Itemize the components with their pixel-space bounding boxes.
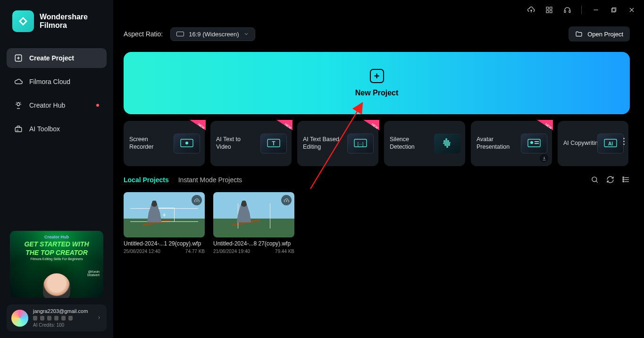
tool-label: Screen Recorder	[129, 136, 170, 151]
tool-label: AI Text Based Editing	[303, 136, 343, 151]
svg-rect-34	[535, 143, 539, 144]
project-size: 79.44 KB	[275, 249, 294, 254]
main-area: Aspect Ratio: 16:9 (Widescreen) Open Pro…	[113, 0, 644, 338]
tool-thumbnail-icon	[521, 134, 547, 153]
tool-thumbnail-icon	[434, 134, 460, 153]
project-tabs: Local Projects Instant Mode Projects	[124, 176, 630, 184]
close-button[interactable]	[624, 2, 639, 17]
svg-text:[···]: [···]	[358, 142, 364, 146]
aspect-ratio-select[interactable]: 16:9 (Widescreen)	[170, 27, 255, 41]
tool-ai-text-to-video[interactable]: AI Text to Video T NEW	[210, 121, 292, 166]
new-badge-icon: NEW	[537, 120, 553, 130]
tool-avatar-presentation[interactable]: Avatar Presentation NEW	[471, 121, 552, 166]
tool-label: AI Copywriting	[563, 140, 602, 147]
project-date: 21/06/2024 19:40	[213, 249, 250, 254]
plus-icon: +	[370, 69, 384, 83]
project-card[interactable]: Untitled-2024-...8 27(copy).wfp 21/06/20…	[213, 192, 294, 254]
project-size: 74.77 KB	[185, 249, 205, 254]
project-date: 25/06/2024 12:40	[124, 249, 160, 254]
app-logo: Wondershare Filmora	[7, 10, 107, 32]
project-card[interactable]: + Untitled-2024-...1 29(copy).wfp 25/06/…	[124, 192, 205, 254]
open-project-label: Open Project	[587, 31, 623, 38]
svg-text:AI: AI	[608, 141, 613, 146]
chevron-right-icon[interactable]	[96, 314, 102, 322]
tool-ai-text-based-editing[interactable]: AI Text Based Editing [···] NEW	[297, 121, 378, 166]
refresh-icon[interactable]	[606, 176, 614, 184]
sidebar-item-label: Filmora Cloud	[29, 78, 70, 85]
promo-top-label: Creator Hub	[44, 235, 69, 239]
download-icon[interactable]	[540, 154, 548, 162]
svg-rect-3	[550, 10, 552, 13]
tool-screen-recorder[interactable]: Screen Recorder NEW	[124, 121, 205, 166]
aspect-ratio-label: Aspect Ratio:	[124, 30, 163, 38]
new-badge-icon: NEW	[276, 120, 293, 130]
project-name: Untitled-2024-...1 29(copy).wfp	[124, 240, 205, 247]
project-grid: + Untitled-2024-...1 29(copy).wfp 25/06/…	[124, 192, 630, 254]
credit-pellets	[33, 316, 92, 321]
project-thumbnail[interactable]: +	[124, 192, 205, 237]
cloud-upload-icon[interactable]	[192, 195, 202, 205]
svg-rect-0	[546, 7, 549, 9]
titlebar-separator	[581, 6, 582, 14]
titlebar	[524, 0, 644, 20]
tool-thumbnail-icon: AI	[597, 134, 624, 153]
tool-silence-detection[interactable]: Silence Detection	[384, 121, 465, 166]
account-panel[interactable]: jangra2203@gmail.com AI Credits: 100	[7, 304, 107, 331]
promo-title-line-2: THE TOP CREATOR	[25, 249, 88, 256]
sidebar-promo-card[interactable]: Creator Hub GET STARTED WITH THE TOP CRE…	[10, 231, 103, 298]
tab-instant-mode-projects[interactable]: Instant Mode Projects	[178, 176, 242, 184]
promo-presenter-avatar	[43, 273, 70, 298]
more-options-icon[interactable]	[623, 138, 625, 145]
svg-point-16	[17, 103, 20, 106]
project-thumbnail[interactable]	[213, 192, 294, 237]
account-email: jangra2203@gmail.com	[33, 308, 92, 314]
svg-point-20	[185, 142, 188, 144]
sidebar-item-ai-toolbox[interactable]: AI AI Toolbox	[7, 119, 107, 139]
svg-rect-2	[546, 10, 549, 13]
tool-row: Screen Recorder NEW AI Text to Video T N…	[124, 121, 630, 166]
aspect-ratio-value: 16:9 (Widescreen)	[189, 31, 239, 38]
cloud-sync-icon[interactable]	[524, 2, 539, 17]
svg-rect-44	[623, 177, 624, 178]
tab-local-projects[interactable]: Local Projects	[124, 176, 169, 184]
minimize-button[interactable]	[588, 2, 603, 17]
tool-label: Avatar Presentation	[477, 136, 517, 151]
promo-author: @Kevin Stratvert	[87, 270, 100, 277]
sidebar-item-creator-hub[interactable]: Creator Hub	[7, 95, 107, 115]
cloud-upload-icon[interactable]	[281, 195, 292, 205]
svg-point-39	[592, 177, 597, 182]
support-headset-icon[interactable]	[560, 2, 575, 17]
svg-rect-4	[564, 10, 566, 12]
sidebar: Wondershare Filmora Create Project Filmo…	[0, 0, 113, 338]
tool-thumbnail-icon	[174, 134, 200, 153]
brand-line-2: Filmora	[40, 21, 88, 30]
svg-rect-33	[535, 141, 539, 142]
main-topbar: Aspect Ratio: 16:9 (Widescreen) Open Pro…	[124, 26, 630, 42]
tool-ai-copywriting[interactable]: AI Copywriting AI	[558, 121, 628, 166]
apps-grid-icon[interactable]	[542, 2, 557, 17]
sidebar-item-filmora-cloud[interactable]: Filmora Cloud	[7, 72, 107, 92]
search-icon[interactable]	[591, 176, 599, 184]
svg-rect-5	[569, 10, 570, 12]
thumbnail-add-overlay-icon: +	[154, 208, 175, 222]
svg-rect-8	[611, 8, 615, 12]
tool-thumbnail-icon: [···]	[347, 134, 374, 153]
new-project-hero[interactable]: + New Project	[124, 52, 630, 114]
svg-rect-45	[623, 179, 624, 180]
chevron-down-icon	[243, 31, 249, 37]
svg-line-40	[596, 181, 598, 183]
ratio-icon	[176, 32, 184, 36]
open-project-button[interactable]: Open Project	[569, 26, 630, 42]
sidebar-item-label: Creator Hub	[29, 101, 65, 109]
brand-line-1: Wondershare	[40, 13, 88, 21]
tool-label: AI Text to Video	[216, 136, 257, 151]
project-name: Untitled-2024-...8 27(copy).wfp	[213, 240, 294, 247]
sidebar-item-create-project[interactable]: Create Project	[7, 48, 107, 68]
new-badge-icon: NEW	[190, 120, 206, 130]
maximize-button[interactable]	[606, 2, 621, 17]
sidebar-item-label: AI Toolbox	[29, 125, 60, 133]
tool-label: Silence Detection	[390, 136, 430, 151]
sidebar-item-label: Create Project	[29, 54, 74, 62]
list-view-icon[interactable]	[622, 176, 630, 184]
svg-text:T: T	[272, 140, 276, 147]
